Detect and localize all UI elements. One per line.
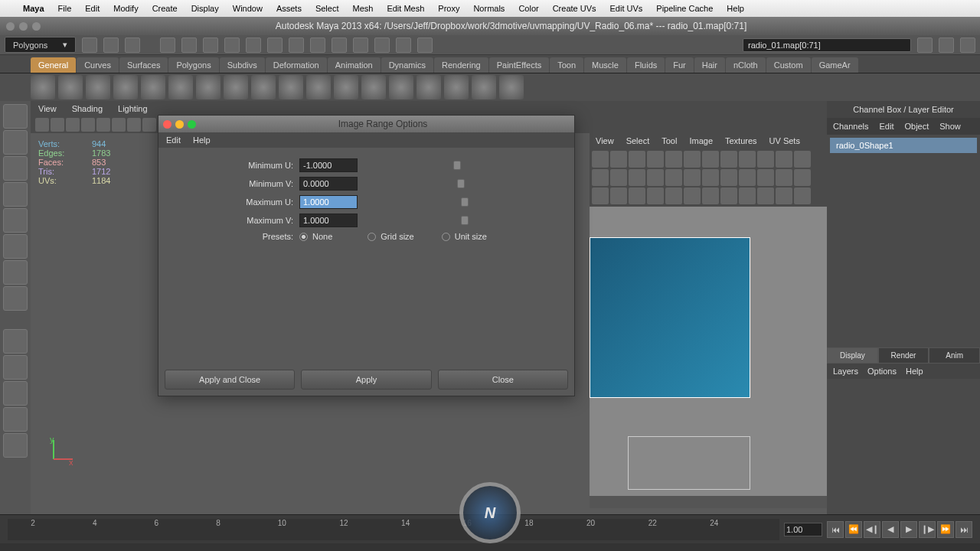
tab-painteffects[interactable]: PaintEffects [489, 57, 550, 73]
dialog-help-menu[interactable]: Help [193, 135, 211, 145]
tab-curves[interactable]: Curves [77, 57, 119, 73]
uv-icon[interactable] [592, 151, 609, 168]
tab-rendering[interactable]: Rendering [434, 57, 488, 73]
scale-tool[interactable] [3, 234, 28, 259]
render-icon[interactable] [374, 37, 390, 53]
uv-icon[interactable] [720, 169, 737, 186]
min-v-slider[interactable] [364, 178, 562, 190]
cb-options[interactable]: Options [867, 367, 897, 376]
preset-none[interactable]: None [299, 232, 332, 241]
uv-icon[interactable] [757, 169, 774, 186]
minimize-icon[interactable] [19, 22, 28, 31]
uv-icon[interactable] [665, 169, 682, 186]
menu-edit-mesh[interactable]: Edit Mesh [387, 4, 424, 13]
menu-window[interactable]: Window [233, 4, 263, 13]
app-name[interactable]: Maya [23, 4, 44, 13]
menu-proxy[interactable]: Proxy [438, 4, 459, 13]
play-icon[interactable]: ▶ [900, 521, 917, 538]
step-fwd-key-icon[interactable]: ⏩ [937, 521, 954, 538]
shelf-icon[interactable] [31, 75, 55, 99]
shelf-icon[interactable] [141, 75, 165, 99]
uv-canvas[interactable] [590, 207, 827, 496]
redo-icon[interactable] [181, 37, 197, 53]
shelf-icon[interactable] [86, 75, 110, 99]
uv-icon[interactable] [610, 151, 627, 168]
close-icon[interactable] [6, 22, 15, 31]
uv-icon[interactable] [757, 151, 774, 168]
cb-edit[interactable]: Edit [879, 122, 893, 131]
menu-file[interactable]: File [58, 4, 72, 13]
tab-deformation[interactable]: Deformation [266, 57, 327, 73]
layout-icon-2[interactable] [939, 37, 954, 53]
uv-icon[interactable] [647, 169, 664, 186]
vt-icon[interactable] [35, 118, 49, 132]
uv-icon[interactable] [610, 187, 627, 204]
lighting-menu[interactable]: Lighting [118, 104, 148, 113]
cb-object[interactable]: Object [904, 122, 929, 131]
uv-icon[interactable] [702, 187, 719, 204]
soft-tool[interactable] [3, 286, 28, 311]
menu-display[interactable]: Display [191, 4, 219, 13]
vt-icon[interactable] [127, 118, 141, 132]
shelf-icon[interactable] [168, 75, 193, 99]
cb-render-tab[interactable]: Render [878, 347, 929, 364]
snap-grid-icon[interactable] [267, 37, 283, 53]
step-fwd-icon[interactable]: ❙▶ [919, 521, 936, 538]
save-scene-icon[interactable] [125, 37, 140, 53]
menu-edit-uvs[interactable]: Edit UVs [610, 4, 643, 13]
cb-display-tab[interactable]: Display [827, 347, 878, 364]
tab-custom[interactable]: Custom [766, 57, 811, 73]
menu-create[interactable]: Create [152, 4, 178, 13]
tab-general[interactable]: General [31, 57, 76, 73]
layout-persp-graph[interactable] [3, 381, 28, 406]
uv-icon[interactable] [647, 187, 664, 204]
shelf-icon[interactable] [251, 75, 276, 99]
tab-dynamics[interactable]: Dynamics [381, 57, 433, 73]
tab-surfaces[interactable]: Surfaces [119, 57, 168, 73]
layout-four[interactable] [3, 355, 28, 380]
uv-icon[interactable] [592, 187, 609, 204]
tab-hair[interactable]: Hair [694, 57, 725, 73]
uv-icon[interactable] [776, 187, 792, 204]
tab-toon[interactable]: Toon [550, 57, 583, 73]
shelf-icon[interactable] [416, 75, 441, 99]
uv-textures-menu[interactable]: Textures [725, 136, 757, 145]
zoom-icon[interactable] [32, 22, 41, 31]
uv-tool-menu[interactable]: Tool [662, 136, 677, 145]
step-back-icon[interactable]: ◀❙ [864, 521, 880, 538]
uv-icon[interactable] [629, 169, 645, 186]
uv-icon[interactable] [702, 169, 719, 186]
uv-icon[interactable] [702, 151, 719, 168]
new-scene-icon[interactable] [82, 37, 97, 53]
snap-curve-icon[interactable] [289, 37, 304, 53]
uv-icon[interactable] [794, 169, 811, 186]
ipr-icon[interactable] [396, 37, 411, 53]
shelf-icon[interactable] [196, 75, 220, 99]
tab-subdivs[interactable]: Subdivs [220, 57, 265, 73]
menu-color[interactable]: Color [518, 4, 538, 13]
uv-icon[interactable] [739, 187, 756, 204]
uv-icon[interactable] [776, 169, 792, 186]
uv-select-menu[interactable]: Select [626, 136, 650, 145]
menu-edit[interactable]: Edit [85, 4, 100, 13]
vt-icon[interactable] [51, 118, 64, 132]
vt-icon[interactable] [81, 118, 95, 132]
rewind-start-icon[interactable]: ⏮ [827, 521, 844, 538]
uv-icon[interactable] [739, 169, 756, 186]
vt-icon[interactable] [142, 118, 156, 132]
view-menu[interactable]: View [38, 104, 57, 113]
shading-menu[interactable]: Shading [72, 104, 103, 113]
channel-node[interactable]: radio_0Shape1 [830, 138, 977, 153]
vt-icon[interactable] [66, 118, 80, 132]
uv-sets-menu[interactable]: UV Sets [769, 136, 800, 145]
minimize-icon[interactable] [175, 120, 184, 129]
select-tool[interactable] [3, 104, 28, 129]
apply-button[interactable]: Apply [301, 370, 431, 390]
shelf-icon[interactable] [113, 75, 138, 99]
snap-plane-icon[interactable] [332, 37, 347, 53]
min-u-input[interactable] [299, 158, 358, 172]
shelf-icon[interactable] [389, 75, 413, 99]
tab-animation[interactable]: Animation [328, 57, 381, 73]
menu-help[interactable]: Help [727, 4, 744, 13]
shelf-icon[interactable] [306, 75, 331, 99]
